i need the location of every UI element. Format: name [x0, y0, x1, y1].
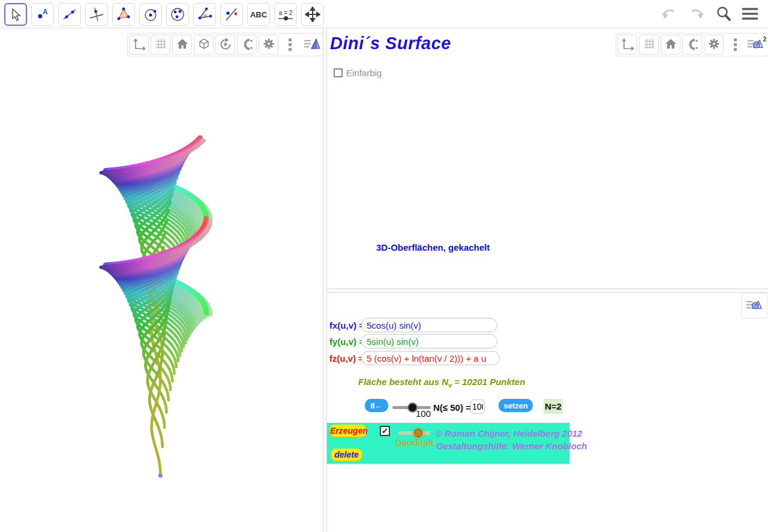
move-tool-button[interactable] [4, 3, 27, 26]
top-toolbar-right [660, 4, 758, 25]
fx-formula-row: fx(u,v) = [329, 318, 497, 332]
fy-input[interactable] [361, 334, 497, 348]
top-toolbar: A [0, 0, 768, 28]
perpendicular-line-icon [89, 7, 104, 22]
reflect-tool-button[interactable] [220, 3, 243, 26]
move-cursor-icon [8, 7, 23, 22]
n-badge: N=2 [544, 399, 563, 414]
settings-button[interactable] [704, 35, 724, 55]
svg-text:A: A [43, 8, 48, 16]
graphics-3d-view[interactable] [0, 28, 323, 532]
circle-icon [143, 7, 158, 22]
menu-button[interactable] [742, 7, 758, 23]
einfarbig-checkbox[interactable] [334, 68, 343, 77]
point-tool-button[interactable]: A [31, 3, 54, 26]
rotate-view-icon [219, 37, 232, 53]
standard-view-button[interactable] [661, 35, 680, 55]
standard-view-button[interactable] [172, 35, 192, 55]
note-text: 3D-Oberflächen, gekachelt [376, 242, 490, 253]
fx-label: fx(u,v) = [329, 320, 359, 330]
conic-tool-button[interactable] [166, 3, 189, 26]
n-input[interactable] [470, 399, 485, 414]
fz-formula-row: fz(u,v) = [329, 351, 500, 365]
fx-input[interactable] [361, 318, 497, 332]
angle-tool-button[interactable]: α [193, 3, 216, 26]
kebab-menu-icon [289, 38, 292, 51]
redo-button[interactable] [688, 6, 706, 23]
reset-slider-button[interactable]: II← [365, 399, 388, 412]
perpendicular-line-tool-button[interactable] [85, 3, 108, 26]
erzeugen-button[interactable]: Erzeugen [329, 424, 367, 437]
open-stylebar-button[interactable] [743, 295, 766, 317]
tool-buttons: A [4, 3, 324, 26]
text-tool-button[interactable]: ABC [247, 3, 270, 26]
slider-tool-icon: a = 2 [278, 10, 293, 19]
show-grid-button[interactable] [151, 35, 170, 55]
fy-label: fy(u,v) = [329, 336, 359, 347]
vertical-split-divider[interactable] [323, 28, 327, 532]
credit-line-1: © Roman Chijner, Heidelberg 2012 [436, 428, 582, 438]
n-label: N(≤ 50) =: [433, 402, 474, 413]
search-button[interactable] [715, 5, 732, 24]
style-pyramid-icon [303, 37, 321, 53]
hamburger-menu-icon [742, 7, 758, 23]
geogebra-app: A [0, 0, 768, 532]
angle-icon: α [197, 7, 212, 22]
search-icon [715, 5, 732, 24]
show-grid-button[interactable] [639, 35, 659, 55]
graphics3d-stylebar [127, 33, 323, 56]
grid-icon [154, 37, 167, 53]
line-icon [62, 7, 77, 22]
stylebar-more-button[interactable] [725, 35, 745, 55]
redo-icon [688, 6, 706, 23]
kebab-menu-icon [734, 38, 737, 51]
style-view2-icon [747, 37, 764, 53]
polygon-tool-button[interactable] [112, 3, 135, 26]
undo-button[interactable] [660, 6, 678, 23]
show-axes-button[interactable] [129, 35, 149, 55]
reflect-icon [224, 7, 239, 22]
fz-label: fz(u,v) = [329, 353, 359, 363]
move-view-icon [305, 7, 320, 22]
open-stylebar-button[interactable]: 2 [747, 35, 767, 55]
line-tool-button[interactable] [58, 3, 81, 26]
circle-tool-button[interactable] [139, 3, 162, 26]
axes-icon [133, 37, 146, 53]
settings-button[interactable] [259, 35, 278, 55]
magnet-icon [685, 37, 700, 53]
credit-line-2: Gestaltungshilfe: Werner Knobloch [436, 441, 587, 451]
slider-tool-button[interactable]: a = 2 [274, 3, 297, 26]
gear-icon [707, 37, 721, 53]
point-icon: A [35, 7, 50, 22]
grid-icon [643, 37, 656, 53]
home-icon [176, 37, 189, 53]
delete-button[interactable]: delete [331, 448, 362, 461]
open-stylebar-button[interactable] [302, 35, 322, 55]
axes-icon [621, 37, 634, 53]
point-capturing-button[interactable] [237, 35, 257, 55]
rotate-view-button[interactable] [215, 35, 235, 55]
stylebar-more-button[interactable] [280, 35, 300, 55]
move-view-tool-button[interactable] [301, 3, 324, 26]
points-info-text: Fläche besteht aus Nv = 10201 Punkten [358, 377, 525, 389]
text-tool-icon: ABC [250, 10, 267, 19]
gear-icon [262, 37, 275, 53]
setzen-button[interactable]: setzen [499, 399, 533, 412]
page-title: Dini´s Surface [330, 34, 451, 53]
point-capturing-button[interactable] [682, 35, 702, 55]
projection-button[interactable] [194, 35, 214, 55]
graphics2-stylebar: 2 [616, 33, 768, 56]
control-panel: Erzeugen delete ✓ Deckkraft © Roman Chij… [327, 423, 569, 464]
view2-badge: 2 [763, 36, 767, 43]
show-surface-checkbox[interactable]: ✓ [380, 426, 390, 436]
show-axes-button[interactable] [617, 35, 637, 55]
n-slider-value: 100 [416, 408, 431, 419]
einfarbig-label: Einfarbig [346, 68, 382, 78]
undo-icon [660, 6, 678, 23]
einfarbig-checkbox-row[interactable]: Einfarbig [334, 68, 382, 78]
bottom-panel-stylebar [741, 293, 767, 318]
magnet-icon [240, 37, 254, 53]
home-icon [664, 37, 677, 53]
fz-input[interactable] [361, 351, 500, 365]
horizontal-split-divider[interactable] [327, 288, 768, 293]
